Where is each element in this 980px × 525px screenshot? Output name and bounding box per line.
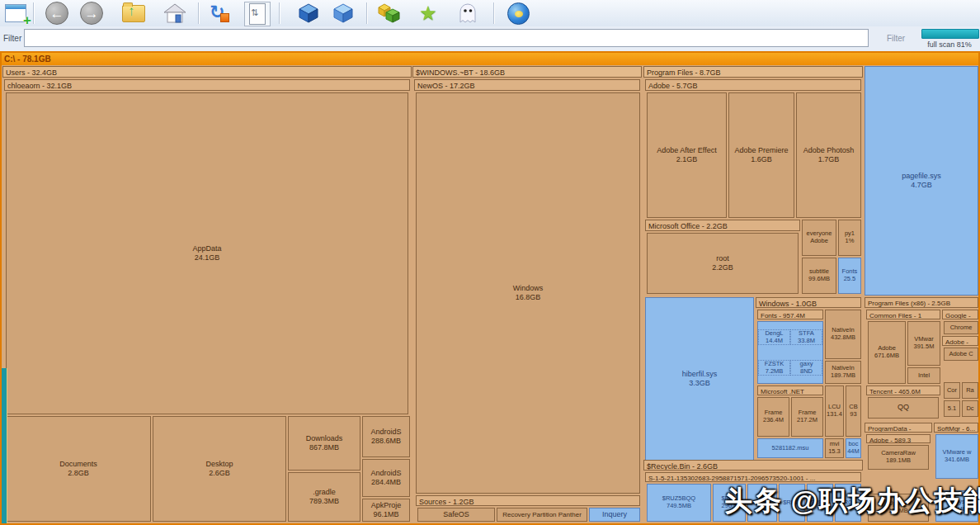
treemap-block-programdata[interactable]: ProgramData -	[865, 423, 932, 433]
treemap-block-hiberfil[interactable]: hiberfil.sys 3.3GB	[645, 297, 754, 461]
treemap-block-qq[interactable]: QQ	[868, 397, 939, 419]
treemap-block-google[interactable]: Google -	[942, 310, 978, 319]
treemap-block-cb[interactable]: CB 93	[846, 385, 861, 437]
treemap-block-pf-x86[interactable]: Program Files (x86) - 2.5GB	[865, 297, 978, 308]
treemap-block-51[interactable]: 5.1	[944, 400, 960, 417]
treemap-block-users[interactable]: Users - 32.4GB	[2, 66, 412, 78]
treemap-block-after-effects[interactable]: Adobe After Effect 2.1GB	[647, 92, 727, 218]
treemap-block-root[interactable]: root 2.2GB	[647, 233, 799, 294]
treemap-block-dengl[interactable]: DengL 14.4M	[758, 329, 790, 345]
classes-button[interactable]	[371, 2, 406, 25]
treemap-block-fzstk[interactable]: FZSTK 7.2MB	[758, 360, 790, 376]
treemap-block-msu[interactable]: 5281182.msu	[757, 438, 823, 458]
treemap-block-frame1[interactable]: Frame 236.4M	[757, 397, 789, 437]
treemap-block-intel[interactable]: Intel	[907, 367, 940, 384]
treemap-block-inquery[interactable]: Inquery	[589, 508, 640, 522]
treemap-block-windows-bt[interactable]: $WINDOWS.~BT - 18.6GB	[412, 66, 642, 78]
treemap-block-documents[interactable]: Documents 2.8GB	[6, 416, 151, 522]
scan-progress-text: full scan 81%	[920, 40, 979, 49]
treemap-block-boc[interactable]: boc 44M	[846, 438, 861, 458]
treemap-block-androids2[interactable]: AndroidS 284.4MB	[362, 459, 410, 497]
treemap-block-gradle[interactable]: .gradle 789.3MB	[288, 472, 360, 522]
new-view-button[interactable]: +	[2, 2, 29, 25]
treemap-block-adobe671[interactable]: Adobe 671.6MB	[868, 321, 906, 384]
treemap-block-tencent[interactable]: Tencent - 465.6M	[866, 385, 940, 395]
treemap-block-androids1[interactable]: AndroidS 288.6MB	[362, 416, 410, 457]
filter-button[interactable]: Filter	[876, 34, 916, 43]
toolbar: + ← → ↑ ↻ ⇅	[0, 0, 980, 27]
treemap-block-desktop[interactable]: Desktop 2.6GB	[153, 416, 286, 522]
options-button[interactable]	[502, 2, 535, 25]
filter-star-button[interactable]: ★	[411, 2, 445, 25]
treemap-block-adobec[interactable]: Adobe C	[944, 348, 978, 361]
treemap-block-mvi[interactable]: mvi 15.3	[825, 438, 844, 458]
export-button[interactable]: ⇅	[244, 2, 271, 26]
treemap-block-subtitle[interactable]: subtitle 99.6MB	[802, 258, 836, 294]
treemap-block-premiere[interactable]: Adobe Premiere 1.6GB	[728, 92, 794, 218]
treemap-block-sid[interactable]: S-1-5-21-135302683-2958871571-2096573520…	[645, 472, 861, 482]
ghost-icon	[457, 2, 478, 24]
treemap-block-nativein1[interactable]: NativeIn 432.8MB	[825, 310, 861, 359]
clipped-teal-block	[2, 368, 7, 523]
treemap-block-appdata[interactable]: AppData 24.1GB	[6, 92, 408, 414]
treemap-block-ruz[interactable]: $RUZ5BQQ 749.5MB	[647, 484, 711, 522]
treemap-block-fonts-small[interactable]: Fonts 25.5	[838, 258, 861, 294]
treemap-block-common-files[interactable]: Common Files - 1	[866, 310, 940, 319]
spacesniffer-window: + ← → ↑ ↻ ⇅	[0, 0, 980, 525]
home-button[interactable]	[158, 2, 191, 25]
treemap-block-msnet[interactable]: Microsoft .NET	[757, 385, 823, 395]
treemap-block-safeos[interactable]: SafeOS	[417, 508, 495, 522]
treemap-block-apkproje[interactable]: ApkProje 96.1MB	[362, 499, 410, 522]
rescan-button[interactable]: ↻	[203, 2, 236, 25]
go-up-button[interactable]: ↑	[115, 2, 152, 25]
back-button[interactable]: ←	[41, 2, 73, 25]
more-detail-button[interactable]	[327, 2, 360, 25]
treemap-block-downloads[interactable]: Downloads 867.8MB	[288, 416, 360, 471]
treemap-block-softmgr[interactable]: SoftMgr - 6...	[934, 423, 978, 433]
scan-progress-bar	[921, 29, 979, 39]
treemap-root-block[interactable]: C:\ - 78.1GB	[2, 53, 978, 65]
treemap-block-photoshop[interactable]: Adobe Photosh 1.7GB	[796, 92, 861, 218]
filter-label: Filter	[3, 34, 21, 43]
treemap-block-sources[interactable]: Sources - 1.2GB	[416, 495, 640, 506]
filter-input[interactable]	[24, 29, 869, 47]
treemap-block-ms-office[interactable]: Microsoft Office - 2.2GB	[645, 220, 800, 231]
free-space-button[interactable]	[450, 2, 485, 25]
treemap-block-ra[interactable]: Ra	[962, 382, 978, 399]
treemap-block-everyone[interactable]: everyone Adobe	[802, 220, 836, 256]
treemap-block-windows-main[interactable]: Windows 16.8GB	[416, 92, 640, 494]
refresh-icon: ↻	[209, 2, 230, 24]
treemap-block-vmwar[interactable]: VMwar 391.5M	[907, 321, 940, 366]
treemap-block-adobe-x86[interactable]: Adobe -	[942, 336, 978, 346]
treemap-block-pagefile[interactable]: pagefile.sys 4.7GB	[865, 66, 978, 296]
treemap-block-chrome[interactable]: Chrome	[944, 321, 978, 334]
treemap-block-adobe[interactable]: Adobe - 5.7GB	[645, 79, 861, 91]
treemap-block-program-files[interactable]: Program Files - 8.7GB	[643, 66, 863, 78]
treemap-block-stfa[interactable]: STFA 33.8M	[790, 329, 822, 345]
less-detail-button[interactable]	[292, 2, 325, 25]
home-icon	[163, 2, 186, 24]
treemap-block-recycle-bin[interactable]: $Recycle.Bin - 2.6GB	[643, 460, 863, 471]
colored-cubes-icon	[377, 2, 400, 24]
treemap-block-recovery[interactable]: Recovery Partition Panther	[497, 508, 587, 522]
treemap-block-frame2[interactable]: Frame 217.2M	[791, 397, 823, 437]
light-cube-icon	[333, 3, 353, 23]
treemap-block-lcu[interactable]: LCU 131.4	[825, 385, 844, 437]
treemap-block-py1[interactable]: py1 1%	[838, 220, 861, 256]
treemap-block-windows-1gb[interactable]: Windows - 1.0GB	[756, 297, 861, 308]
treemap-block-fonts[interactable]: Fonts - 957.4M	[757, 310, 823, 319]
toolbar-separator	[493, 2, 495, 24]
treemap-block-cameraraw[interactable]: CameraRaw 189.1MB	[868, 445, 929, 470]
forward-button[interactable]: →	[76, 2, 107, 25]
treemap-block-newos[interactable]: NewOS - 17.2GB	[414, 79, 640, 91]
treemap-block-vmware-b[interactable]: VMware w 341.6MB	[935, 434, 978, 479]
treemap-block-gaxy[interactable]: gaxy 8ND	[790, 360, 822, 376]
treemap-block-fonts-grid[interactable]: DengL 14.4M STFA 33.8M FZSTK 7.2MB gaxy …	[757, 321, 823, 384]
treemap-block-chloeaorn[interactable]: chloeaorn - 32.1GB	[4, 79, 410, 91]
forward-arrow-icon: →	[80, 2, 103, 25]
treemap-block-cor[interactable]: Cor	[944, 382, 960, 399]
treemap-block-dc[interactable]: Dc	[962, 400, 978, 417]
treemap-block-adobe589[interactable]: Adobe - 589.3	[866, 434, 931, 443]
filter-row: Filter Filter full scan 81%	[0, 26, 980, 51]
treemap-block-nativein2[interactable]: NativeIn 189.7MB	[825, 361, 861, 384]
